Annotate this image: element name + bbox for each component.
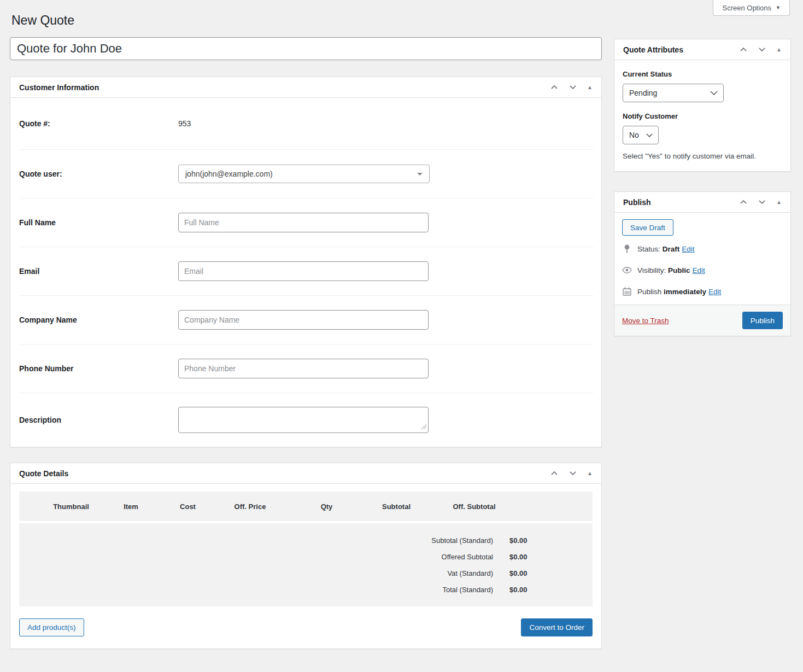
convert-to-order-button[interactable]: Convert to Order — [521, 618, 593, 636]
panel-handle-actions: ▲ — [738, 198, 783, 206]
collapse-toggle-icon[interactable]: ▲ — [586, 470, 594, 477]
publish-button[interactable]: Publish — [742, 312, 783, 329]
quote-user-select[interactable]: john(john@example.com) — [178, 165, 430, 183]
collapse-toggle-icon[interactable]: ▲ — [586, 84, 594, 91]
chevron-down-icon — [710, 91, 718, 95]
move-to-trash-link[interactable]: Move to Trash — [622, 317, 669, 325]
total-label: Offered Subtotal — [442, 553, 493, 561]
phone-number-row: Phone Number — [19, 344, 594, 393]
move-down-icon[interactable] — [567, 469, 578, 477]
notify-help-text: Select "Yes" to notify customer via emai… — [623, 152, 782, 160]
quote-title-input[interactable] — [10, 37, 602, 60]
quote-attributes-header[interactable]: Quote Attributes ▲ — [614, 39, 790, 60]
screen-options-label: Screen Options — [722, 4, 771, 12]
quote-details-panel: Quote Details ▲ — [10, 463, 602, 649]
move-down-icon[interactable] — [757, 198, 767, 206]
current-status-value: Pending — [629, 89, 657, 97]
visibility-value: Public — [668, 266, 690, 274]
panel-handle-actions: ▲ — [549, 469, 594, 477]
pin-icon — [622, 244, 632, 254]
status-row: Status: DraftEdit — [622, 243, 783, 254]
column-header-cost: Cost — [160, 492, 216, 521]
status-value: Draft — [663, 245, 680, 253]
move-up-icon[interactable] — [549, 469, 560, 477]
schedule-row: Publish immediatelyEdit — [622, 286, 783, 297]
chevron-down-icon — [646, 133, 653, 137]
screen-options-button[interactable]: Screen Options ▼ — [713, 0, 790, 16]
edit-status-link[interactable]: Edit — [682, 245, 694, 253]
company-name-row: Company Name — [19, 296, 594, 344]
company-name-label: Company Name — [19, 315, 178, 324]
page-title: New Quote — [0, 0, 803, 28]
quote-details-actions: Add product(s) Convert to Order — [19, 618, 593, 636]
publish-panel: Publish ▲ Save Draft — [614, 191, 791, 336]
status-text: Status: DraftEdit — [637, 245, 695, 253]
phone-number-input[interactable] — [178, 359, 429, 378]
edit-visibility-link[interactable]: Edit — [693, 266, 705, 274]
dropdown-arrow-icon — [417, 173, 423, 176]
calendar-icon — [622, 287, 632, 296]
main-column: Customer Information ▲ Quote #: 953 — [10, 37, 602, 649]
move-down-icon[interactable] — [567, 83, 578, 91]
edit-schedule-link[interactable]: Edit — [708, 288, 721, 296]
save-draft-button[interactable]: Save Draft — [622, 219, 673, 236]
total-value: $0.00 — [509, 569, 593, 577]
company-name-input[interactable] — [178, 310, 429, 330]
eye-icon — [622, 267, 632, 273]
total-row-subtotal: Subtotal (Standard) $0.00 — [19, 532, 593, 548]
description-label: Description — [19, 416, 178, 424]
quote-attributes-title: Quote Attributes — [623, 45, 683, 54]
customer-information-header[interactable]: Customer Information ▲ — [10, 77, 601, 98]
move-up-icon[interactable] — [549, 83, 560, 91]
panel-handle-actions: ▲ — [549, 83, 594, 91]
total-value: $0.00 — [509, 536, 593, 545]
description-row: Description — [19, 393, 594, 447]
total-label: Vat (Standard) — [447, 569, 493, 577]
notify-customer-select[interactable]: No — [623, 126, 659, 144]
column-header-off-price: Off. Price — [216, 492, 284, 521]
add-products-button[interactable]: Add product(s) — [19, 618, 84, 636]
quote-user-label: Quote user: — [19, 170, 178, 178]
full-name-label: Full Name — [19, 218, 178, 227]
quote-attributes-body: Current Status Pending Notify Customer N… — [614, 60, 790, 171]
total-value: $0.00 — [509, 586, 593, 594]
schedule-text: Publish immediatelyEdit — [637, 288, 721, 296]
column-header-item: Item — [102, 492, 160, 521]
current-status-select[interactable]: Pending — [623, 84, 724, 102]
customer-information-body: Quote #: 953 Quote user: john(john@examp… — [10, 98, 601, 447]
description-textarea[interactable] — [178, 407, 429, 433]
quote-details-body: Thumbnail Item Cost Off. Price Qty Subto… — [10, 484, 601, 648]
move-down-icon[interactable] — [757, 45, 767, 54]
collapse-toggle-icon[interactable]: ▲ — [775, 198, 783, 206]
publish-title: Publish — [623, 198, 651, 207]
current-status-label: Current Status — [623, 70, 782, 78]
publish-footer: Move to Trash Publish — [614, 305, 790, 336]
quote-details-title: Quote Details — [19, 469, 68, 478]
quote-number-label: Quote #: — [19, 119, 178, 128]
publish-header[interactable]: Publish ▲ — [614, 192, 790, 213]
panel-handle-actions: ▲ — [738, 45, 783, 54]
quote-user-row: Quote user: john(john@example.com) — [19, 150, 594, 198]
customer-information-title: Customer Information — [19, 83, 99, 92]
move-up-icon[interactable] — [738, 198, 749, 206]
resize-grip-icon[interactable] — [421, 423, 426, 431]
notify-customer-value: No — [629, 131, 639, 139]
total-value: $0.00 — [509, 553, 593, 561]
schedule-value: immediately — [664, 288, 706, 296]
notify-customer-label: Notify Customer — [623, 112, 782, 120]
quote-details-header[interactable]: Quote Details ▲ — [10, 463, 601, 484]
chevron-down-icon: ▼ — [776, 5, 781, 10]
email-input[interactable] — [178, 261, 429, 281]
total-row-vat: Vat (Standard) $0.00 — [19, 565, 593, 581]
total-label: Total (Standard) — [443, 586, 494, 594]
email-label: Email — [19, 267, 178, 276]
visibility-label: Visibility: — [637, 266, 666, 274]
sidebar: Quote Attributes ▲ Current Status Pendin… — [614, 39, 791, 336]
collapse-toggle-icon[interactable]: ▲ — [775, 46, 783, 54]
visibility-text: Visibility: PublicEdit — [637, 266, 705, 274]
move-up-icon[interactable] — [738, 45, 749, 54]
column-header-subtotal: Subtotal — [369, 492, 424, 521]
full-name-input[interactable] — [178, 213, 429, 232]
column-header-spacer — [525, 492, 593, 521]
total-label: Subtotal (Standard) — [431, 536, 493, 545]
